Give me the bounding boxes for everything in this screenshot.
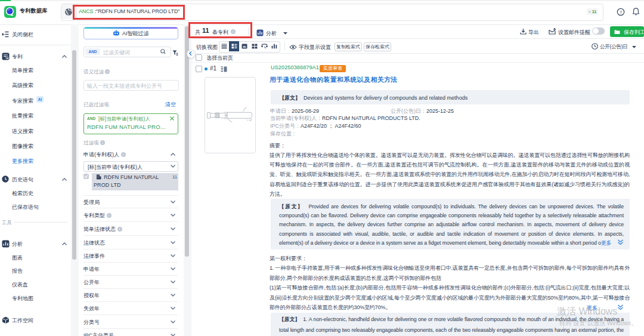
svg-text:?: ? — [620, 10, 623, 15]
